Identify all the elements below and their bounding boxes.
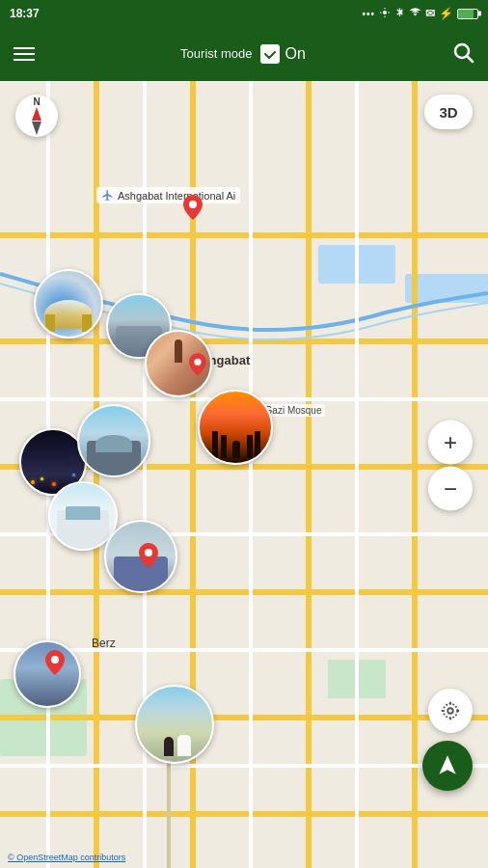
location-button[interactable] bbox=[428, 689, 473, 733]
photo-marker-1[interactable] bbox=[34, 269, 103, 339]
location-pin-1 bbox=[189, 353, 206, 380]
tourist-mode-toggle[interactable]: On bbox=[260, 44, 306, 64]
location-status-icon bbox=[379, 7, 391, 21]
wifi-icon bbox=[409, 7, 421, 20]
bluetooth-icon bbox=[394, 6, 405, 21]
svg-point-0 bbox=[383, 11, 387, 14]
on-label: On bbox=[285, 45, 306, 63]
checkbox-icon bbox=[260, 44, 280, 64]
signal-icon: ••• bbox=[362, 9, 375, 19]
status-time: 18:37 bbox=[10, 7, 40, 20]
svg-point-37 bbox=[51, 656, 59, 664]
map-container[interactable]: Ashgabat International Ai Ashgabat Türku… bbox=[0, 81, 488, 868]
location-pin-3 bbox=[45, 650, 65, 679]
svg-line-2 bbox=[467, 57, 473, 63]
berz-label: Berz bbox=[92, 637, 116, 650]
tourist-mode-control: Tourist mode On bbox=[180, 44, 306, 64]
3d-button[interactable]: 3D bbox=[424, 95, 473, 129]
svg-point-39 bbox=[444, 704, 458, 719]
search-button[interactable] bbox=[451, 41, 474, 68]
zoom-controls: + − bbox=[428, 420, 473, 511]
svg-point-36 bbox=[145, 549, 152, 556]
photo-marker-6[interactable] bbox=[77, 404, 150, 477]
compass: N bbox=[15, 95, 58, 137]
message-icon: ✉ bbox=[425, 7, 435, 20]
battery-icon bbox=[457, 9, 478, 19]
navigation-fab[interactable] bbox=[422, 741, 473, 791]
zoom-in-button[interactable]: + bbox=[428, 420, 473, 465]
airport-text: Ashgabat International Ai bbox=[118, 190, 235, 202]
svg-point-34 bbox=[189, 201, 197, 208]
location-pin-2 bbox=[139, 543, 158, 572]
status-icons: ••• ✉ ⚡ bbox=[362, 6, 478, 21]
menu-button[interactable] bbox=[14, 47, 35, 61]
airport-pin bbox=[183, 195, 203, 224]
zoom-out-button[interactable]: − bbox=[428, 467, 473, 511]
header: Tourist mode On bbox=[0, 27, 488, 81]
svg-point-38 bbox=[447, 708, 453, 714]
airport-label: Ashgabat International Ai bbox=[96, 187, 240, 203]
osm-attribution[interactable]: © OpenStreetMap contributors bbox=[8, 853, 125, 862]
photo-marker-4[interactable] bbox=[198, 390, 273, 465]
charge-icon: ⚡ bbox=[439, 7, 453, 20]
tourist-mode-label: Tourist mode bbox=[180, 46, 252, 63]
svg-point-35 bbox=[194, 359, 201, 366]
status-bar: 18:37 ••• ✉ ⚡ bbox=[0, 0, 488, 27]
photo-marker-10[interactable] bbox=[135, 685, 214, 764]
